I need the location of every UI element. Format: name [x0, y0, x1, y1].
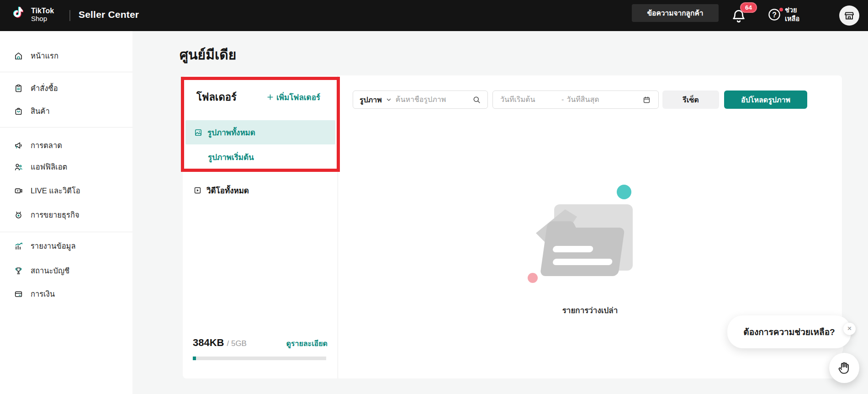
- search-group: รูปภาพ: [353, 91, 488, 109]
- sidebar-item-growth[interactable]: การขยายธุรกิจ: [0, 205, 132, 225]
- upload-image-button[interactable]: อัปโหลดรูปภาพ: [724, 91, 807, 109]
- app-title: Seller Center: [79, 9, 139, 20]
- reset-button[interactable]: รีเซ็ต: [662, 91, 719, 109]
- sidebar-item-home[interactable]: หน้าแรก: [0, 46, 132, 66]
- folders-panel: โฟลเดอร์ เพิ่มโฟลเดอร์ รูปภาพทั้งหมด รูป…: [183, 75, 338, 378]
- notification-count-badge: 64: [740, 2, 757, 13]
- sidebar-item-marketing[interactable]: การตลาด: [0, 135, 132, 155]
- storage-used-value: 384KB: [193, 337, 224, 349]
- folder-item-default-images[interactable]: รูปภาพเริ่มต้น: [208, 150, 254, 164]
- folder-item-label: รูปภาพเริ่มต้น: [208, 151, 254, 163]
- sidebar-item-products[interactable]: สินค้า: [0, 101, 132, 121]
- sidebar-item-label: สินค้า: [31, 105, 50, 117]
- sidebar-item-label: การตลาด: [31, 139, 62, 151]
- users-icon: [14, 162, 23, 172]
- tiktok-note-icon: [13, 6, 26, 23]
- sidebar-divider: [0, 127, 132, 128]
- sidebar-item-live-video[interactable]: LIVE และวิดีโอ: [0, 181, 132, 201]
- chat-close-button[interactable]: ×: [843, 323, 856, 335]
- search-input[interactable]: [396, 96, 464, 104]
- add-folder-button[interactable]: เพิ่มโฟลเดอร์: [266, 91, 320, 103]
- sidebar-item-account-health[interactable]: สถานะบัญชี: [0, 261, 132, 281]
- help-alert-dot: [779, 8, 783, 11]
- customer-messages-button[interactable]: ข้อความจากลูกค้า: [632, 4, 719, 22]
- sidebar-item-finance[interactable]: การเงิน: [0, 284, 132, 304]
- sidebar-item-label: หน้าแรก: [31, 50, 58, 62]
- close-icon: ×: [847, 324, 852, 333]
- sidebar-item-label: สถานะบัญชี: [31, 265, 69, 277]
- page-title: ศูนย์มีเดีย: [180, 44, 236, 65]
- help-label-line1: ช่วย: [785, 6, 799, 15]
- help-button[interactable]: ? ช่วย เหลือ: [767, 6, 799, 23]
- shop-avatar-button[interactable]: [839, 5, 859, 26]
- sidebar-item-label: คำสั่งซื้อ: [31, 82, 58, 94]
- home-icon: [14, 51, 23, 61]
- logo-text-line1: TikTok: [31, 7, 54, 15]
- sidebar-divider: [0, 72, 132, 72]
- help-chat-bubble[interactable]: ต้องการความช่วยเหลือ?: [727, 315, 851, 348]
- sidebar-item-data-reports[interactable]: รายงานข้อมูล: [0, 236, 132, 256]
- sidebar-item-affiliate[interactable]: แอฟฟิลิเอต: [0, 157, 132, 177]
- folder-item-label: วิดีโอทั้งหมด: [206, 184, 249, 197]
- date-range-group: -: [492, 91, 659, 109]
- image-icon: [194, 128, 203, 137]
- sidebar-item-label: แอฟฟิลิเอต: [31, 161, 67, 173]
- sidebar-item-orders[interactable]: คำสั่งซื้อ: [0, 78, 132, 98]
- chat-bubble-text: ต้องการความช่วยเหลือ?: [743, 325, 835, 339]
- calendar-icon[interactable]: [642, 96, 651, 104]
- play-square-icon: [193, 186, 202, 195]
- folder-item-all-videos[interactable]: วิดีโอทั้งหมด: [193, 183, 249, 197]
- storage-progress-fill: [193, 357, 196, 360]
- top-header: TikTok Shop Seller Center ข้อความจากลูกค…: [0, 0, 868, 31]
- sidebar-nav: หน้าแรก คำสั่งซื้อ สินค้า การตลาด: [0, 31, 132, 394]
- folder-item-label: รูปภาพทั้งหมด: [207, 126, 255, 138]
- shopping-bag-icon: [14, 106, 23, 116]
- storage-total-value: / 5GB: [227, 339, 246, 348]
- plus-icon: [266, 93, 274, 101]
- bar-chart-icon: [14, 241, 23, 251]
- store-icon: [843, 10, 855, 21]
- megaphone-icon: [14, 141, 23, 150]
- trophy-icon: [14, 266, 23, 276]
- empty-folder-illustration: [514, 183, 646, 320]
- sidebar-divider: [0, 232, 132, 232]
- folder-item-all-images[interactable]: รูปภาพทั้งหมด: [185, 120, 335, 144]
- media-type-select[interactable]: รูปภาพ: [360, 94, 382, 106]
- video-camera-icon: [14, 186, 23, 196]
- svg-text:?: ?: [772, 11, 777, 19]
- sidebar-item-label: LIVE และวิดีโอ: [31, 185, 80, 197]
- add-folder-label: เพิ่มโฟลเดอร์: [276, 91, 320, 103]
- date-end-input[interactable]: [566, 96, 620, 104]
- date-start-input[interactable]: [500, 96, 559, 104]
- storage-progress-bar: [193, 357, 326, 360]
- empty-state-text: รายการว่างเปล่า: [338, 304, 842, 316]
- storage-details-link[interactable]: ดูรายละเอียด: [286, 338, 328, 349]
- chat-launcher-button[interactable]: [829, 353, 859, 383]
- chevron-down-icon[interactable]: [386, 96, 392, 103]
- search-icon[interactable]: [472, 96, 481, 104]
- sidebar-item-label: การขยายธุรกิจ: [31, 209, 79, 221]
- tiktok-shop-logo[interactable]: TikTok Shop: [13, 6, 54, 23]
- clipboard-icon: [14, 84, 23, 93]
- logo-text-line2: Shop: [31, 15, 54, 22]
- folders-panel-title: โฟลเดอร์: [196, 89, 237, 105]
- help-label-line2: เหลือ: [785, 15, 799, 23]
- medal-icon: [14, 210, 23, 220]
- sidebar-item-label: รายงานข้อมูล: [31, 240, 76, 252]
- waving-hand-icon: [837, 361, 852, 375]
- header-divider: [69, 10, 70, 21]
- storage-summary: 384KB / 5GB ดูรายละเอียด: [193, 337, 328, 360]
- credit-card-icon: [14, 289, 23, 299]
- date-separator: -: [561, 96, 564, 104]
- sidebar-item-label: การเงิน: [31, 288, 55, 300]
